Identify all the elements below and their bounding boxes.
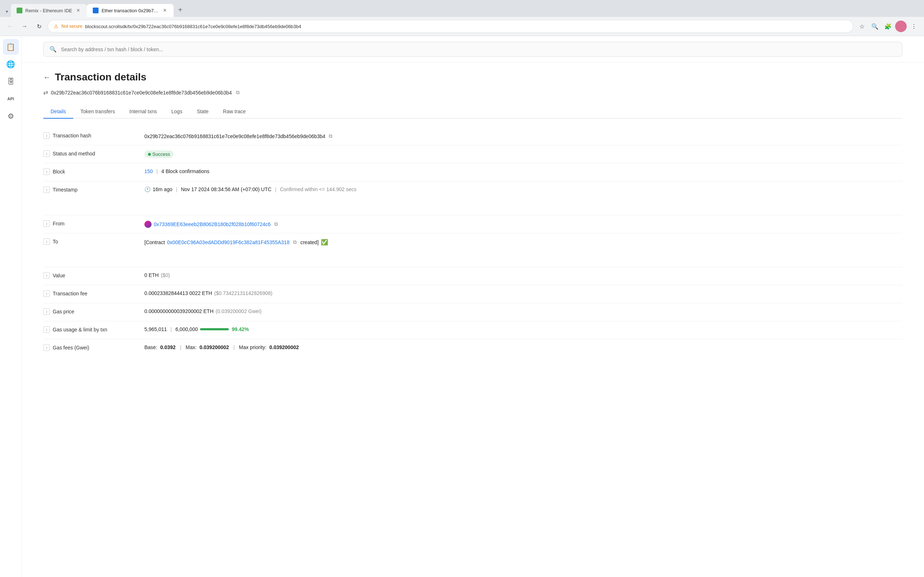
status-badge: Success bbox=[144, 150, 174, 158]
tab-ethertx[interactable]: Ether transaction 0x29b722... × bbox=[87, 4, 174, 17]
label-gas-usage: Gas usage & limit by txn bbox=[53, 327, 107, 332]
value-gas-usage: 5,965,011 | 6,000,000 99.42% bbox=[144, 326, 902, 332]
detail-label-col-gas-fees: i Gas fees (Gwei) bbox=[43, 344, 144, 351]
sidebar-item-database[interactable]: 🗄 bbox=[3, 74, 19, 89]
block-separator: | bbox=[155, 168, 159, 174]
tab-details[interactable]: Details bbox=[43, 105, 73, 119]
info-icon-gas-price[interactable]: i bbox=[43, 308, 50, 315]
back-arrow-btn[interactable]: ← bbox=[43, 73, 50, 82]
gas-sep: | bbox=[169, 326, 173, 332]
not-secure-label: Not secure bbox=[61, 24, 82, 29]
database-icon: 🗄 bbox=[7, 77, 15, 86]
tab-logs[interactable]: Logs bbox=[164, 105, 189, 119]
detail-row-tx-fee: i Transaction fee 0.00023382844413 0022 … bbox=[43, 285, 902, 303]
sidebar-item-settings[interactable]: ⚙ bbox=[3, 108, 19, 124]
sidebar-item-notebook[interactable]: 📋 bbox=[3, 39, 19, 55]
detail-label-col-value: i Value bbox=[43, 272, 144, 279]
tab-favicon-ethertx bbox=[93, 8, 99, 13]
label-value: Value bbox=[53, 272, 65, 279]
info-icon-timestamp[interactable]: i bbox=[43, 187, 50, 193]
sidebar: 📋 🌐 🗄 API ⚙ bbox=[0, 36, 22, 577]
app-layout: 📋 🌐 🗄 API ⚙ 🔍 ← Transaction de bbox=[0, 36, 924, 577]
value-gas-fees: Base: 0.0392 | Max: 0.039200002 | Max pr… bbox=[144, 344, 902, 350]
menu-btn[interactable]: ⋮ bbox=[908, 21, 920, 32]
detail-label-col-block: i Block bbox=[43, 168, 144, 175]
info-icon-status[interactable]: i bbox=[43, 150, 50, 157]
value-value: 0 ETH ($0) bbox=[144, 272, 902, 278]
new-tab-btn[interactable]: + bbox=[174, 3, 187, 17]
detail-label-col-gas-price: i Gas price bbox=[43, 308, 144, 315]
tx-hash-value-copy-btn[interactable]: ⧉ bbox=[327, 132, 334, 140]
search-icon: 🔍 bbox=[50, 46, 57, 53]
tab-state[interactable]: State bbox=[189, 105, 216, 119]
section-spacer-1 bbox=[43, 208, 902, 215]
detail-row-timestamp: i Timestamp 🕐 16m ago | Nov 17 2024 08:3… bbox=[43, 181, 902, 200]
extensions-btn[interactable]: 🧩 bbox=[882, 21, 894, 32]
address-bar[interactable]: ⚠ Not secure blockscout.scrollsdk/tx/0x2… bbox=[48, 20, 853, 33]
detail-label-col-status: i Status and method bbox=[43, 150, 144, 157]
info-icon-tx-fee[interactable]: i bbox=[43, 290, 50, 297]
timestamp-absolute: Nov 17 2024 08:34:56 AM (+07:00) UTC bbox=[181, 187, 271, 192]
info-icon-gas-usage[interactable]: i bbox=[43, 326, 50, 333]
from-address-copy-btn[interactable]: ⧉ bbox=[273, 220, 279, 228]
info-icon-value[interactable]: i bbox=[43, 272, 50, 279]
tab-remix[interactable]: Remix - Ethereum IDE × bbox=[11, 4, 87, 17]
to-address-link[interactable]: 0x00E0cC96A03edADDd9019F6c382a81F45355A3… bbox=[167, 239, 289, 245]
info-icon-to[interactable]: i bbox=[43, 239, 50, 245]
profile-btn[interactable] bbox=[895, 21, 907, 32]
block-number-link[interactable]: 150 bbox=[144, 168, 153, 174]
label-status: Status and method bbox=[53, 151, 95, 156]
tab-close-remix[interactable]: × bbox=[75, 7, 81, 14]
info-icon-gas-fees[interactable]: i bbox=[43, 344, 50, 351]
clock-icon: 🕐 bbox=[144, 187, 150, 192]
search-bar[interactable]: 🔍 bbox=[43, 42, 902, 56]
value-timestamp: 🕐 16m ago | Nov 17 2024 08:34:56 AM (+07… bbox=[144, 187, 902, 192]
detail-row-gas-fees: i Gas fees (Gwei) Base: 0.0392 | Max: 0.… bbox=[43, 339, 902, 357]
back-btn[interactable]: ← bbox=[4, 21, 16, 32]
address-text: blockscout.scrollsdk/tx/0x29b722eac36c07… bbox=[85, 24, 847, 29]
to-address-copy-btn[interactable]: ⧉ bbox=[292, 239, 298, 246]
ts-sep1: | bbox=[174, 187, 179, 192]
tx-hash-copy-btn[interactable]: ⧉ bbox=[234, 89, 241, 96]
detail-label-col-gas-usage: i Gas usage & limit by txn bbox=[43, 326, 144, 333]
tab-raw-trace[interactable]: Raw trace bbox=[216, 105, 253, 119]
info-icon-tx-hash[interactable]: i bbox=[43, 132, 50, 139]
gas-progress-container: 99.42% bbox=[200, 326, 249, 332]
page-content: ← Transaction details ⇄ 0x29b722eac36c07… bbox=[22, 63, 924, 375]
gas-fees-sep2: | bbox=[232, 344, 236, 350]
tx-hash-text: 0x29b722eac36c076b9168831c61e7ce0e9c08ef… bbox=[51, 90, 232, 95]
sidebar-item-api[interactable]: API bbox=[3, 91, 19, 107]
tab-dropdown-btn[interactable]: ▾ bbox=[3, 6, 11, 17]
gas-progress-fill bbox=[200, 328, 229, 330]
to-suffix: created] bbox=[300, 239, 319, 245]
to-prefix: [Contract bbox=[144, 239, 165, 245]
tabs: Details Token transfers Internal txns Lo… bbox=[43, 105, 902, 119]
tab-internal-txns[interactable]: Internal txns bbox=[122, 105, 164, 119]
gas-price-gwei: (0.039200002 Gwei) bbox=[216, 308, 262, 314]
tab-close-ethertx[interactable]: × bbox=[162, 7, 168, 14]
value-usd: ($0) bbox=[161, 272, 170, 278]
tx-fee-eth: 0.00023382844413 0022 ETH bbox=[144, 290, 212, 296]
search-input[interactable] bbox=[61, 47, 896, 52]
sidebar-item-globe[interactable]: 🌐 bbox=[3, 56, 19, 72]
label-timestamp: Timestamp bbox=[53, 187, 78, 193]
value-tx-fee: 0.00023382844413 0022 ETH ($0.7342213114… bbox=[144, 290, 902, 296]
label-from: From bbox=[53, 221, 65, 226]
info-icon-from[interactable]: i bbox=[43, 220, 50, 227]
reload-btn[interactable]: ↻ bbox=[33, 21, 45, 32]
info-icon-block[interactable]: i bbox=[43, 168, 50, 175]
detail-row-value: i Value 0 ETH ($0) bbox=[43, 267, 902, 285]
search-btn[interactable]: 🔍 bbox=[869, 21, 881, 32]
gas-limit: 6,000,000 bbox=[175, 326, 198, 332]
label-tx-fee: Transaction fee bbox=[53, 291, 87, 297]
tab-token-transfers[interactable]: Token transfers bbox=[73, 105, 122, 119]
gas-max-priority-value: 0.039200002 bbox=[269, 344, 299, 350]
from-address-link[interactable]: 0x73369EE63eeeb2B8062B180b2f028b10f60724… bbox=[154, 221, 271, 227]
detail-row-to: i To [Contract 0x00E0cC96A03edADDd9019F6… bbox=[43, 233, 902, 251]
search-bar-container: 🔍 bbox=[22, 36, 924, 63]
from-avatar bbox=[144, 221, 152, 228]
main-content: 🔍 ← Transaction details ⇄ 0x29b722eac36c… bbox=[22, 36, 924, 577]
tx-hash-row: ⇄ 0x29b722eac36c076b9168831c61e7ce0e9c08… bbox=[43, 89, 902, 96]
forward-btn[interactable]: → bbox=[19, 21, 30, 32]
bookmark-btn[interactable]: ☆ bbox=[856, 21, 868, 32]
